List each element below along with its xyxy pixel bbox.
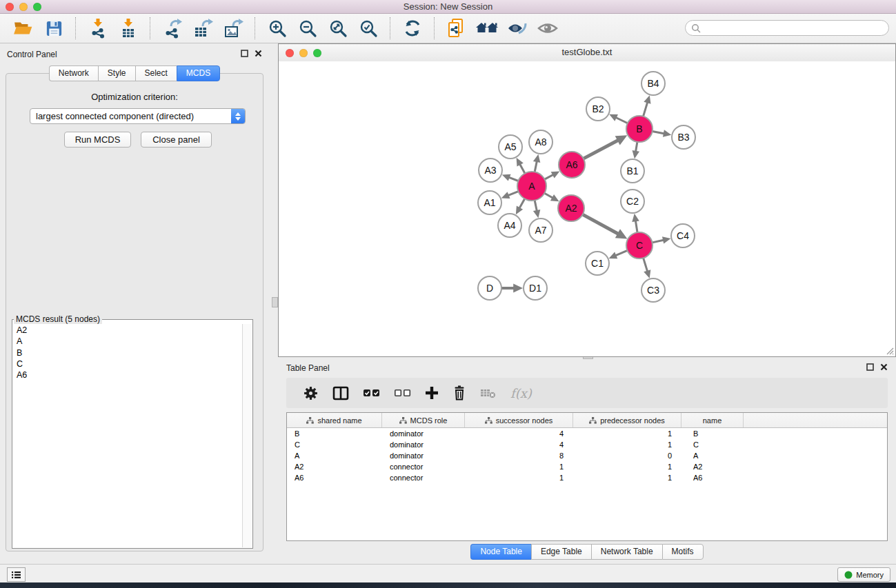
graph-edge-B-B3[interactable]	[653, 132, 665, 134]
graph-node-B4[interactable]: B4	[641, 72, 665, 95]
table-cell[interactable]: 1	[465, 472, 573, 483]
close-panel-button[interactable]	[255, 50, 262, 57]
table-row[interactable]: A2connector11A2	[287, 461, 887, 472]
graph-edge-C-C3[interactable]	[644, 258, 648, 272]
home-button[interactable]	[475, 16, 499, 41]
graph-node-B1[interactable]: B1	[621, 159, 644, 183]
table-cell[interactable]: connector	[382, 472, 465, 483]
table-cell[interactable]: 1	[465, 461, 573, 472]
graph-node-A3[interactable]: A3	[479, 159, 502, 182]
import-table-button[interactable]	[117, 16, 140, 41]
table-cell[interactable]: C	[681, 439, 744, 450]
float-table-panel-button[interactable]	[866, 363, 874, 371]
graph-edge-C-C4[interactable]	[653, 240, 665, 243]
table-row[interactable]: Cdominator41C	[287, 439, 887, 450]
show-details-button[interactable]	[536, 16, 559, 41]
graph-node-C2[interactable]: C2	[621, 190, 644, 213]
graph-node-A[interactable]: A	[517, 172, 546, 201]
table-cell[interactable]: A2	[681, 461, 744, 472]
graph-node-A5[interactable]: A5	[499, 135, 522, 159]
function-builder-button[interactable]: f(x)	[510, 386, 532, 401]
table-cell[interactable]: 8	[465, 450, 573, 461]
open-session-button[interactable]	[12, 16, 35, 41]
tab-edge-table[interactable]: Edge Table	[531, 544, 591, 560]
search-input[interactable]	[685, 20, 889, 36]
save-session-button[interactable]	[42, 16, 66, 41]
graph-node-B3[interactable]: B3	[672, 125, 695, 149]
add-row-button[interactable]	[425, 386, 439, 400]
import-network-button[interactable]	[86, 16, 110, 41]
close-table-panel-button[interactable]	[880, 363, 888, 371]
graph-edge-B-B1[interactable]	[635, 142, 637, 152]
graph-node-A2[interactable]: A2	[558, 195, 584, 221]
export-network-button[interactable]	[161, 16, 184, 41]
mcds-result-item[interactable]: A2	[13, 325, 242, 336]
column-header-shared-name[interactable]: shared name	[287, 413, 382, 427]
delete-row-button[interactable]	[452, 385, 466, 401]
table-cell[interactable]: A	[681, 450, 744, 461]
table-cell[interactable]: A6	[681, 472, 744, 483]
tab-select[interactable]: Select	[135, 65, 177, 81]
table-cell[interactable]: 1	[573, 439, 681, 450]
graph-edge-C-C2[interactable]	[635, 220, 637, 232]
export-table-button[interactable]	[191, 16, 215, 41]
table-row[interactable]: Adominator80A	[287, 450, 887, 461]
tab-motifs[interactable]: Motifs	[662, 544, 704, 560]
tab-style[interactable]: Style	[98, 65, 135, 81]
table-row[interactable]: A6connector11A6	[287, 472, 887, 483]
refresh-button[interactable]	[401, 16, 424, 41]
graph-edge-B-B4[interactable]	[644, 101, 648, 116]
resize-grip-icon[interactable]	[884, 345, 894, 355]
close-panel-button-inline[interactable]: Close panel	[141, 132, 212, 148]
column-header-successor-nodes[interactable]: successor nodes	[465, 413, 573, 427]
graph-node-D[interactable]: D	[478, 276, 501, 300]
graph-edge-A-A3[interactable]	[508, 177, 519, 181]
graph-node-C1[interactable]: C1	[586, 252, 609, 275]
graph-node-A1[interactable]: A1	[478, 191, 501, 214]
mcds-result-item[interactable]: A6	[13, 369, 242, 381]
tab-network-table[interactable]: Network Table	[591, 544, 662, 560]
mcds-result-item[interactable]: B	[13, 347, 242, 358]
table-cell[interactable]: B	[287, 428, 382, 439]
run-mcds-button[interactable]: Run MCDS	[64, 132, 131, 148]
float-panel-button[interactable]	[241, 50, 248, 57]
panel-splitter-handle[interactable]	[272, 297, 278, 307]
table-cell[interactable]: 1	[573, 472, 681, 483]
graph-edge-A-A8[interactable]	[535, 161, 537, 172]
select-all-rows-button[interactable]	[363, 387, 380, 399]
memory-button[interactable]: Memory	[837, 567, 890, 582]
graph-edge-A-A1[interactable]	[508, 192, 519, 196]
graph-edge-A-A6[interactable]	[545, 174, 554, 179]
column-chooser-button[interactable]	[332, 386, 349, 401]
table-cell[interactable]: connector	[382, 461, 465, 472]
deselect-all-rows-button[interactable]	[394, 387, 411, 399]
network-canvas[interactable]: B4B2BB3A8A5A6A3B1AC2A1A2A4A7C4CC1DD1C3	[279, 61, 895, 356]
graph-edge-C-C1[interactable]	[615, 250, 627, 256]
graph-node-A4[interactable]: A4	[498, 214, 521, 237]
network-document-button[interactable]	[445, 16, 468, 41]
graph-node-D1[interactable]: D1	[524, 276, 547, 300]
graph-node-C4[interactable]: C4	[671, 224, 695, 247]
table-cell[interactable]: 4	[465, 428, 573, 439]
table-cell[interactable]: A6	[287, 472, 382, 483]
network-window-titlebar[interactable]: testGlobe.txt	[279, 44, 895, 62]
column-header-name[interactable]: name	[681, 413, 744, 427]
column-header-MCDS-role[interactable]: MCDS role	[382, 413, 465, 427]
graph-node-A8[interactable]: A8	[529, 130, 552, 154]
zoom-in-button[interactable]	[266, 16, 289, 41]
table-row[interactable]: Bdominator41B	[287, 428, 887, 439]
delete-table-button[interactable]	[480, 387, 497, 399]
tab-network[interactable]: Network	[49, 65, 98, 81]
tab-mcds[interactable]: MCDS	[177, 65, 220, 81]
graph-edge-A-A5[interactable]	[519, 163, 525, 173]
zoom-out-button[interactable]	[296, 16, 319, 41]
graph-node-A6[interactable]: A6	[559, 152, 585, 178]
hide-details-button[interactable]	[506, 16, 529, 41]
mcds-result-item[interactable]: A	[13, 336, 242, 347]
network-graph[interactable]: B4B2BB3A8A5A6A3B1AC2A1A2A4A7C4CC1DD1C3	[279, 61, 895, 356]
export-image-button[interactable]	[221, 16, 245, 41]
table-cell[interactable]: A2	[287, 461, 382, 472]
table-cell[interactable]: A	[287, 450, 382, 461]
graph-node-B[interactable]: B	[626, 116, 653, 142]
graph-edge-B-B2[interactable]	[615, 117, 628, 123]
